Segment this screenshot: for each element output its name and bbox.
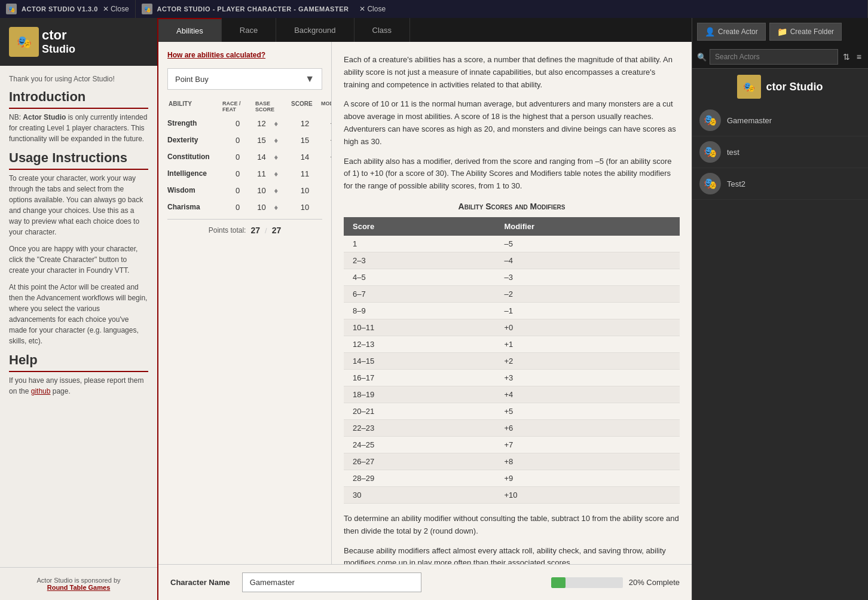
bottom-bar: Character Name 20% Complete xyxy=(158,564,692,600)
abilities-panel: How are abilities calculated? Point Buy … xyxy=(158,42,332,564)
table-row: 16–17+3 xyxy=(344,369,680,386)
progress-label: 20% Complete xyxy=(629,578,680,587)
ability-row-constitution: Constitution 0 14 ⬧ 14 +2 xyxy=(167,151,322,163)
ability-name-strength: Strength xyxy=(167,119,221,127)
tab-class[interactable]: Class xyxy=(354,18,411,42)
usage-text-1: To create your character, work your way … xyxy=(9,173,148,237)
tab-background[interactable]: Background xyxy=(276,18,354,42)
ability-row-wisdom: Wisdom 0 10 ⬧ 10 0 xyxy=(167,184,322,196)
table-cell: 26–27 xyxy=(344,453,495,470)
footer-para-1: To determine an ability modifier without… xyxy=(344,513,680,538)
table-cell: –2 xyxy=(495,285,680,302)
dropdown-arrow-icon: ▼ xyxy=(305,74,314,84)
intelligence-spinner[interactable]: ⬧ xyxy=(270,167,282,179)
header-modifier: Modifier xyxy=(320,99,332,114)
ability-score-strength: 12 xyxy=(290,119,320,128)
table-cell: 22–23 xyxy=(344,419,495,436)
search-icon: 🔍 xyxy=(697,53,707,62)
table-row: 20–21+5 xyxy=(344,403,680,419)
actor-list: 🎭 Gamemaster 🎭 test 🎭 Test2 xyxy=(692,105,868,600)
table-row: 4–5–3 xyxy=(344,269,680,285)
table-row: 24–25+7 xyxy=(344,436,680,453)
table-row: 6–7–2 xyxy=(344,285,680,302)
sidebar-logo-text: ctor Studio xyxy=(766,81,823,93)
logo-icon: 🎭 xyxy=(9,27,39,57)
ability-row-strength: Strength 0 12 ⬧ 12 +1 xyxy=(167,117,322,129)
char-name-input[interactable] xyxy=(242,572,421,592)
player-character-window-icon: 🎭 xyxy=(142,4,152,14)
left-sidebar: 🎭 ctor Studio Thank you for using Actor … xyxy=(0,18,158,600)
tab-abilities[interactable]: Abilities xyxy=(158,18,222,42)
center-content: Abilities Race Background Class How are … xyxy=(158,18,692,600)
create-folder-button[interactable]: 📁 Create Folder xyxy=(769,23,842,41)
point-buy-selector[interactable]: Point Buy ▼ xyxy=(167,68,322,90)
actor-avatar-test2: 🎭 xyxy=(699,173,721,194)
ability-base-constitution: 14 ⬧ xyxy=(254,151,290,163)
ability-name-constitution: Constitution xyxy=(167,153,221,161)
close-x-icon: ✕ xyxy=(103,5,109,13)
table-row: 2–3–4 xyxy=(344,252,680,269)
tab-race[interactable]: Race xyxy=(222,18,276,42)
table-cell: +10 xyxy=(495,486,680,503)
info-para-2: A score of 10 or 11 is the normal human … xyxy=(344,98,680,148)
actor-studio-close-button[interactable]: ✕ Close xyxy=(103,5,129,13)
table-cell: 28–29 xyxy=(344,470,495,486)
ability-score-intelligence: 11 xyxy=(290,169,320,178)
ability-row-intelligence: Intelligence 0 11 ⬧ 11 0 xyxy=(167,167,322,179)
ability-modifier-strength: +1 xyxy=(320,119,332,128)
ability-base-dexterity: 15 ⬧ xyxy=(254,134,290,146)
table-row: 12–13+1 xyxy=(344,336,680,352)
ability-score-constitution: 14 xyxy=(290,153,320,162)
actor-item-test2[interactable]: 🎭 Test2 xyxy=(692,168,868,200)
table-cell: 20–21 xyxy=(344,403,495,419)
table-cell: +3 xyxy=(495,369,680,386)
search-input[interactable] xyxy=(710,49,838,65)
logo-text: ctor Studio xyxy=(42,28,75,56)
header-race-feat: Race / Feat xyxy=(221,99,254,114)
ability-modifier-charisma: 0 xyxy=(320,203,332,212)
person-icon: 👤 xyxy=(705,27,715,36)
ability-modifier-wisdom: 0 xyxy=(320,186,332,195)
sponsor-link[interactable]: Round Table Games xyxy=(47,584,111,591)
table-cell: 30 xyxy=(344,486,495,503)
table-cell: +6 xyxy=(495,419,680,436)
ability-base-intelligence: 11 ⬧ xyxy=(254,167,290,179)
strength-spinner[interactable]: ⬧ xyxy=(270,117,282,129)
list-view-button[interactable]: ≡ xyxy=(855,50,863,63)
ability-score-wisdom: 10 xyxy=(290,186,320,195)
create-actor-button[interactable]: 👤 Create Actor xyxy=(697,23,766,41)
table-cell: –3 xyxy=(495,269,680,285)
actor-studio-window-icon: 🎭 xyxy=(6,4,17,14)
actor-item-gamemaster[interactable]: 🎭 Gamemaster xyxy=(692,105,868,136)
sort-button[interactable]: ⇅ xyxy=(841,50,852,63)
points-total: Points total: 27 / 27 xyxy=(167,219,322,241)
actor-studio-window-title: Actor Studio v1.3.0 xyxy=(22,5,98,13)
wisdom-spinner[interactable]: ⬧ xyxy=(270,184,282,196)
dexterity-spinner[interactable]: ⬧ xyxy=(270,134,282,146)
header-score: Score xyxy=(290,99,320,114)
player-character-close-button[interactable]: ✕ Close xyxy=(359,5,386,13)
introduction-title: Introduction xyxy=(9,89,148,109)
ability-row-charisma: Charisma 0 10 ⬧ 10 0 xyxy=(167,201,322,213)
abilities-table-header: Ability Race / Feat Base Score Score Mod… xyxy=(167,99,322,114)
right-sidebar-toolbar: 👤 Create Actor 📁 Create Folder xyxy=(692,18,868,45)
table-cell: +2 xyxy=(495,352,680,369)
charisma-spinner[interactable]: ⬧ xyxy=(270,201,282,213)
right-sidebar: 👤 Create Actor 📁 Create Folder 🔍 ⇅ ≡ 🎭 c… xyxy=(692,18,868,600)
usage-text-3: At this point the Actor will be created … xyxy=(9,282,148,346)
github-link[interactable]: github xyxy=(31,387,51,395)
table-cell: +5 xyxy=(495,403,680,419)
abilities-table: Ability Race / Feat Base Score Score Mod… xyxy=(167,99,322,213)
progress-bar xyxy=(551,577,623,588)
help-title: Help xyxy=(9,352,148,372)
table-cell: 24–25 xyxy=(344,436,495,453)
actor-item-test[interactable]: 🎭 test xyxy=(692,136,868,168)
how-calculated-link[interactable]: How are abilities calculated? xyxy=(167,51,322,59)
scores-table-header-modifier: Modifier xyxy=(495,217,680,236)
ability-race-feat-constitution: 0 xyxy=(221,153,254,162)
ability-race-feat-dexterity: 0 xyxy=(221,136,254,145)
ability-race-feat-intelligence: 0 xyxy=(221,169,254,178)
progress-fill xyxy=(551,577,566,588)
ability-score-dexterity: 15 xyxy=(290,136,320,145)
constitution-spinner[interactable]: ⬧ xyxy=(270,151,282,163)
